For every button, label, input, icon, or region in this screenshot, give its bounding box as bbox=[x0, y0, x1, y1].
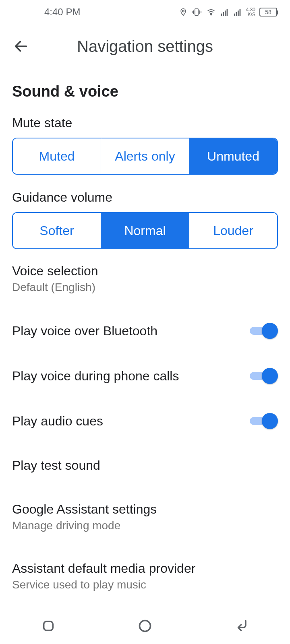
test-sound-row[interactable]: Play test sound bbox=[12, 444, 278, 487]
assistant-settings-row[interactable]: Google Assistant settings Manage driving… bbox=[12, 487, 278, 547]
bluetooth-switch[interactable] bbox=[250, 323, 278, 339]
mute-state-unmuted[interactable]: Unmuted bbox=[189, 138, 277, 174]
guidance-volume-louder[interactable]: Louder bbox=[189, 213, 277, 248]
data-rate: 4.30 K/S bbox=[246, 7, 255, 17]
svg-rect-7 bbox=[221, 14, 222, 16]
system-nav-bar bbox=[0, 608, 290, 644]
status-bar: 4:40 PM 4.30 K/S 58 bbox=[0, 0, 290, 24]
phone-calls-row[interactable]: Play voice during phone calls bbox=[12, 353, 278, 398]
mute-state-alerts-only[interactable]: Alerts only bbox=[101, 138, 189, 174]
location-icon bbox=[179, 7, 187, 17]
battery-icon: 58 bbox=[259, 8, 277, 17]
svg-point-0 bbox=[182, 10, 184, 12]
signal-icon-1 bbox=[220, 8, 229, 17]
guidance-volume-normal[interactable]: Normal bbox=[101, 213, 189, 248]
bluetooth-row[interactable]: Play voice over Bluetooth bbox=[12, 308, 278, 353]
vibrate-icon bbox=[191, 7, 202, 17]
audio-cues-switch[interactable] bbox=[250, 413, 278, 429]
svg-point-17 bbox=[140, 621, 151, 632]
svg-rect-16 bbox=[44, 621, 53, 631]
back-button[interactable] bbox=[10, 35, 32, 58]
page-title: Navigation settings bbox=[32, 37, 258, 56]
back-nav-button[interactable] bbox=[232, 616, 252, 636]
media-provider-row[interactable]: Assistant default media provider Service… bbox=[12, 547, 278, 606]
home-button[interactable] bbox=[135, 616, 155, 636]
phone-calls-title: Play voice during phone calls bbox=[12, 369, 179, 384]
section-sound-voice: Sound & voice bbox=[12, 83, 278, 100]
audio-cues-row[interactable]: Play audio cues bbox=[12, 398, 278, 444]
guidance-volume-softer[interactable]: Softer bbox=[13, 213, 101, 248]
svg-rect-9 bbox=[225, 10, 226, 16]
signal-icon-2 bbox=[233, 8, 242, 17]
svg-point-6 bbox=[211, 14, 211, 15]
mute-state-muted[interactable]: Muted bbox=[13, 138, 101, 174]
svg-rect-13 bbox=[238, 10, 239, 16]
guidance-volume-segment: Softer Normal Louder bbox=[12, 212, 278, 249]
app-header: Navigation settings bbox=[0, 24, 290, 68]
wifi-icon bbox=[206, 8, 216, 17]
media-provider-title: Assistant default media provider bbox=[12, 561, 195, 576]
guidance-volume-label: Guidance volume bbox=[12, 190, 278, 205]
svg-rect-10 bbox=[226, 9, 228, 16]
media-provider-subtitle: Service used to play music bbox=[12, 578, 195, 591]
assistant-settings-subtitle: Manage driving mode bbox=[12, 519, 157, 532]
mute-state-segment: Muted Alerts only Unmuted bbox=[12, 138, 278, 175]
assistant-settings-title: Google Assistant settings bbox=[12, 502, 157, 517]
svg-rect-11 bbox=[234, 14, 235, 16]
voice-selection-subtitle: Default (English) bbox=[12, 281, 98, 294]
voice-selection-row[interactable]: Voice selection Default (English) bbox=[12, 249, 278, 308]
audio-cues-title: Play audio cues bbox=[12, 414, 103, 429]
svg-rect-1 bbox=[195, 9, 198, 15]
svg-rect-12 bbox=[236, 12, 237, 16]
status-right: 4.30 K/S 58 bbox=[179, 7, 277, 17]
voice-selection-title: Voice selection bbox=[12, 264, 98, 279]
recent-apps-button[interactable] bbox=[38, 616, 58, 636]
mute-state-label: Mute state bbox=[12, 116, 278, 130]
svg-rect-14 bbox=[239, 9, 240, 16]
phone-calls-switch[interactable] bbox=[250, 368, 278, 384]
test-sound-title: Play test sound bbox=[12, 458, 100, 473]
svg-rect-8 bbox=[223, 12, 224, 16]
status-time: 4:40 PM bbox=[44, 6, 80, 18]
bluetooth-title: Play voice over Bluetooth bbox=[12, 324, 157, 339]
